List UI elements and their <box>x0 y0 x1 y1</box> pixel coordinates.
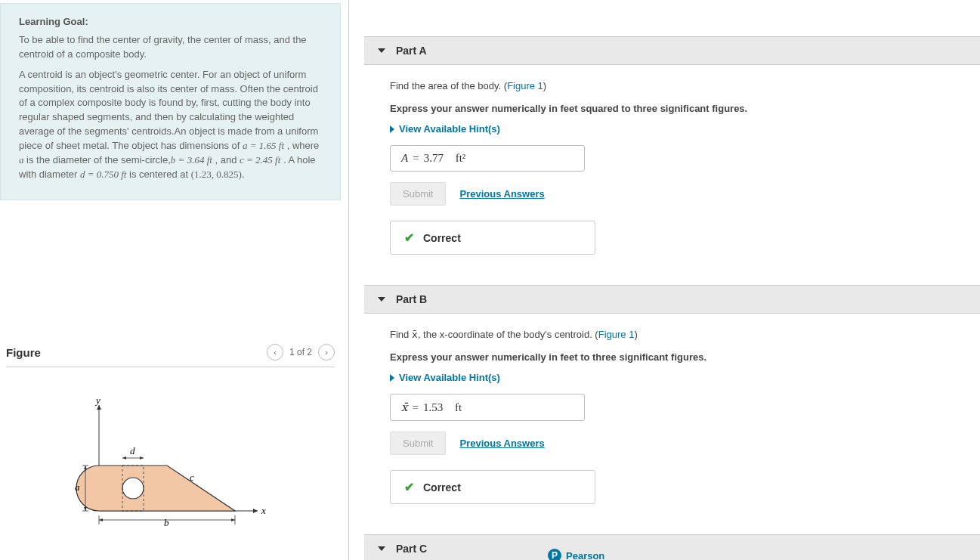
figure-next-button[interactable]: › <box>318 344 335 360</box>
caret-right-icon <box>390 125 394 133</box>
part-c-header[interactable]: Part C <box>364 534 980 560</box>
svg-marker-16 <box>140 456 144 459</box>
part-b: Part B Find x̄, the x-coordinate of the … <box>364 285 980 504</box>
pearson-logo: P Pearson <box>548 549 604 560</box>
part-a-hints[interactable]: View Available Hint(s) <box>390 123 980 135</box>
figure-section: Figure ‹ 1 of 2 › y x <box>0 344 341 526</box>
part-a: Part A Find the area of the body. (Figur… <box>364 36 980 255</box>
part-a-header[interactable]: Part A <box>364 36 980 65</box>
part-a-prompt: Find the area of the body. (Figure 1) <box>390 79 980 94</box>
svg-text:x: x <box>261 505 266 516</box>
part-b-title: Part B <box>396 293 427 305</box>
caret-down-icon <box>378 546 385 551</box>
svg-text:y: y <box>94 398 100 406</box>
check-icon: ✔ <box>404 480 414 494</box>
caret-right-icon <box>390 374 394 382</box>
part-b-previous-answers[interactable]: Previous Answers <box>459 438 544 449</box>
part-a-previous-answers[interactable]: Previous Answers <box>459 188 544 200</box>
part-b-feedback: ✔ Correct <box>390 470 595 504</box>
check-icon: ✔ <box>404 230 414 245</box>
figure-1-link[interactable]: Figure 1 <box>507 80 543 91</box>
part-b-header[interactable]: Part B <box>364 285 980 314</box>
learning-goal-description: A centroid is an object's geometric cent… <box>19 68 322 182</box>
right-column: Part A Find the area of the body. (Figur… <box>349 0 980 560</box>
caret-down-icon <box>378 48 385 53</box>
part-a-title: Part A <box>396 45 427 57</box>
svg-text:d: d <box>130 445 135 456</box>
part-c-title: Part C <box>396 543 427 555</box>
left-column: Learning Goal: To be able to find the ce… <box>0 0 349 560</box>
svg-marker-22 <box>99 518 103 521</box>
pearson-icon: P <box>548 549 561 560</box>
svg-marker-11 <box>84 466 87 469</box>
part-b-instruction: Express your answer numerically in feet … <box>390 350 980 365</box>
figure-diagram: y x a <box>6 398 335 526</box>
part-b-answer[interactable]: x̄ = 1.53 ft <box>390 394 585 421</box>
figure-prev-button[interactable]: ‹ <box>267 344 283 360</box>
svg-text:b: b <box>164 517 169 526</box>
learning-goal-objective: To be able to find the center of gravity… <box>19 33 322 62</box>
learning-goal-title: Learning Goal: <box>19 16 322 27</box>
part-b-submit-button: Submit <box>390 432 446 455</box>
figure-header: Figure ‹ 1 of 2 › <box>6 344 335 367</box>
svg-point-6 <box>122 478 144 499</box>
part-a-answer[interactable]: A = 3.77 ft² <box>390 145 585 172</box>
part-b-value: 1.53 <box>423 401 443 414</box>
part-a-value: 3.77 <box>424 152 444 165</box>
figure-1-link[interactable]: Figure 1 <box>598 329 635 340</box>
svg-text:a: a <box>75 481 80 493</box>
part-b-prompt: Find x̄, the x-coordinate of the body's … <box>390 327 980 342</box>
part-c: Part C Find ȳ, the y-coordinate of the b… <box>364 534 980 560</box>
svg-marker-12 <box>84 507 87 511</box>
figure-counter: 1 of 2 <box>289 347 312 357</box>
part-a-submit-button: Submit <box>390 182 446 206</box>
figure-nav: ‹ 1 of 2 › <box>267 344 335 360</box>
learning-goal-box: Learning Goal: To be able to find the ce… <box>0 3 341 200</box>
part-a-feedback: ✔ Correct <box>390 221 595 255</box>
svg-marker-15 <box>122 456 126 459</box>
svg-text:c: c <box>190 472 194 483</box>
caret-down-icon <box>378 297 385 302</box>
part-b-hints[interactable]: View Available Hint(s) <box>390 372 980 383</box>
svg-marker-1 <box>253 509 258 513</box>
part-a-instruction: Express your answer numerically in feet … <box>390 101 980 116</box>
svg-marker-23 <box>231 518 235 521</box>
figure-title: Figure <box>6 346 41 359</box>
